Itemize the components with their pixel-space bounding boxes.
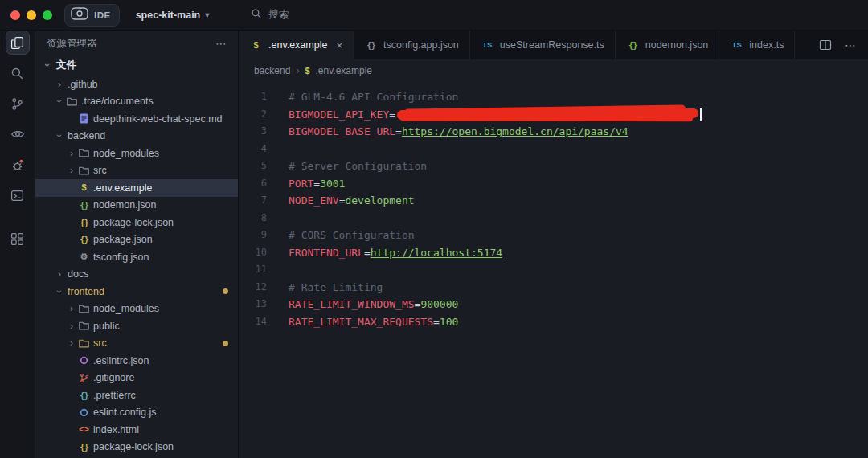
tree-item-label: package.json xyxy=(93,234,153,245)
tree-item-tsconfig.json[interactable]: ⚙tsconfig.json xyxy=(35,248,238,266)
tree-item-package-lock.json[interactable]: {}package-lock.json xyxy=(35,439,238,456)
tree-item-node_modules[interactable]: ›node_modules xyxy=(35,301,238,318)
section-files[interactable]: › 文件 xyxy=(35,56,238,74)
line-number: 4 xyxy=(239,141,276,158)
code-line[interactable]: BIGMODEL_API_KEY= xyxy=(276,106,868,124)
code-line[interactable]: BIGMODEL_BASE_URL=https://open.bigmodel.… xyxy=(276,123,868,141)
code-line[interactable]: # CORS Configuration xyxy=(276,227,868,244)
project-name: spec-kit-main xyxy=(136,10,201,21)
circle-icon xyxy=(77,355,91,366)
braces-icon: {} xyxy=(77,217,91,228)
token-value: development xyxy=(345,194,414,207)
sidebar-more-button[interactable]: ⋯ xyxy=(215,37,227,50)
braces-icon: {} xyxy=(77,234,91,245)
breadcrumb: backend › $ .env.example xyxy=(239,59,868,82)
search-placeholder: 搜索 xyxy=(268,8,289,22)
tree-item-eslint.config.js[interactable]: eslint.config.js xyxy=(35,404,238,422)
sidebar-title: 资源管理器 xyxy=(47,37,97,51)
code-line[interactable]: RATE_LIMIT_MAX_REQUESTS=100 xyxy=(276,313,868,331)
tree-item-.trae/documents[interactable]: ›.trae/documents xyxy=(35,93,238,111)
global-search[interactable]: 搜索 xyxy=(251,8,289,22)
line-number: 1 xyxy=(239,88,276,106)
code-line[interactable]: FRONTEND_URL=http://localhost:5174 xyxy=(276,244,868,262)
tab-index.ts[interactable]: TSindex.ts xyxy=(719,31,795,59)
code-line[interactable]: # Rate Limiting xyxy=(276,279,868,296)
line-number: 6 xyxy=(239,175,276,193)
html-icon: <> xyxy=(77,424,91,436)
tree-item-frontend[interactable]: ›frontend xyxy=(35,283,238,301)
tree-item-public[interactable]: ›public xyxy=(35,317,238,335)
tree-item-label: node_modules xyxy=(93,303,159,314)
token-comment: # GLM-4.6 API Configuration xyxy=(289,91,458,103)
tree-item-index.html[interactable]: <>index.html xyxy=(35,421,238,439)
tree-item-label: .gitignore xyxy=(93,372,134,383)
editor-more-button[interactable]: ⋯ xyxy=(845,39,856,51)
activity-debug[interactable] xyxy=(6,153,30,177)
code-line[interactable]: # GLM-4.6 API Configuration xyxy=(276,88,868,106)
close-window-button[interactable] xyxy=(10,10,20,20)
tab-tsconfig.app.json[interactable]: {}tsconfig.app.json xyxy=(354,31,470,59)
chevron-down-icon: › xyxy=(43,59,52,71)
tree-item-label: .env.example xyxy=(93,182,152,194)
tree-item-.prettierrc[interactable]: {}.prettierrc xyxy=(35,386,238,404)
code-line[interactable]: PORT=3001 xyxy=(276,175,868,193)
tab-useStreamResponse.ts[interactable]: TSuseStreamResponse.ts xyxy=(470,31,616,59)
folder-icon xyxy=(77,148,91,159)
close-tab-icon[interactable]: × xyxy=(336,39,342,51)
breadcrumb-folder[interactable]: backend xyxy=(254,65,290,76)
code-line[interactable]: # Server Configuration xyxy=(276,157,868,175)
code-line[interactable]: NODE_ENV=development xyxy=(276,192,868,210)
token-key: NODE_ENV xyxy=(289,194,339,207)
code-editor[interactable]: 1234567891011121314 # GLM-4.6 API Config… xyxy=(239,82,868,458)
code-line[interactable] xyxy=(276,141,868,158)
split-editor-icon[interactable] xyxy=(819,39,832,51)
minimize-window-button[interactable] xyxy=(27,10,36,20)
tree-item-label: package-lock.json xyxy=(93,217,174,228)
tree-item-.env.example[interactable]: $.env.example xyxy=(35,179,238,197)
activity-extensions[interactable] xyxy=(6,227,30,251)
activity-explorer[interactable] xyxy=(6,31,30,55)
line-number: 2 xyxy=(239,106,276,124)
token-link[interactable]: http://localhost:5174 xyxy=(371,247,502,259)
line-number: 12 xyxy=(239,279,276,296)
tree-item-backend[interactable]: ›backend xyxy=(35,128,238,145)
tree-item-label: public xyxy=(93,321,120,332)
tree-item-label: package-lock.json xyxy=(93,441,174,452)
tree-item-.gitignore[interactable]: .gitignore xyxy=(35,370,238,387)
activity-source-control[interactable] xyxy=(6,92,30,116)
chevron-right-icon: › xyxy=(54,80,65,89)
token-key: PORT xyxy=(289,178,313,190)
zoom-window-button[interactable] xyxy=(43,10,52,20)
code-line[interactable] xyxy=(276,261,868,279)
tree-item-package-lock.json[interactable]: {}package-lock.json xyxy=(35,214,238,231)
tree-item-node_modules[interactable]: ›node_modules xyxy=(35,145,238,162)
tree-item-.github[interactable]: ›.github xyxy=(35,76,238,93)
activity-preview[interactable] xyxy=(6,122,30,146)
tree-item-label: backend xyxy=(68,130,105,141)
line-number: 5 xyxy=(239,157,276,175)
tree-item-label: eslint.config.js xyxy=(93,407,157,418)
tree-item-src[interactable]: ›src xyxy=(35,335,238,353)
breadcrumb-file[interactable]: .env.example xyxy=(316,65,372,76)
tree-item-nodemon.json[interactable]: {}nodemon.json xyxy=(35,197,238,215)
activity-search[interactable] xyxy=(6,61,30,85)
tree-item-label: .github xyxy=(68,79,98,90)
file-tree: ›.github›.trae/documentsdeepthink-web-ch… xyxy=(35,76,238,456)
tab-.env.example[interactable]: $.env.example× xyxy=(239,31,354,59)
folder-icon xyxy=(77,165,91,176)
code-line[interactable]: RATE_LIMIT_WINDOW_MS=900000 xyxy=(276,296,868,313)
tab-nodemon.json[interactable]: {}nodemon.json xyxy=(616,31,720,59)
code-line[interactable] xyxy=(276,210,868,227)
token-comment: # Server Configuration xyxy=(289,160,427,172)
tree-item-deepthink-web-chat-spec.md[interactable]: deepthink-web-chat-spec.md xyxy=(35,110,238,128)
tree-item-src[interactable]: ›src xyxy=(35,162,238,180)
folder-icon xyxy=(77,337,91,349)
project-switcher[interactable]: spec-kit-main ▾ xyxy=(136,10,210,21)
tree-item-docs[interactable]: ›docs xyxy=(35,266,238,284)
token-link[interactable]: https://open.bigmodel.cn/api/paas/v4 xyxy=(402,125,628,137)
tree-item-package.json[interactable]: {}package.json xyxy=(35,231,238,249)
activity-terminal[interactable] xyxy=(6,183,30,207)
ide-badge[interactable]: IDE xyxy=(64,4,120,27)
tree-item-.eslintrc.json[interactable]: .eslintrc.json xyxy=(35,352,238,370)
tab-label: nodemon.json xyxy=(645,39,709,51)
